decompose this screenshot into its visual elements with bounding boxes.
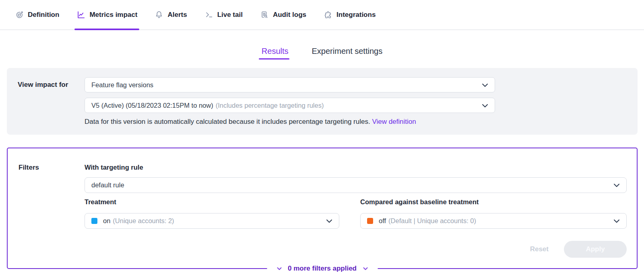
reset-button[interactable]: Reset (530, 245, 549, 253)
baseline-meta: (Default | Unique accounts: 0) (388, 217, 476, 225)
tab-label: Live tail (217, 11, 243, 19)
definition-icon (15, 10, 24, 19)
impact-type-dropdown[interactable]: Feature flag versions (85, 77, 495, 92)
tab-label: Audit logs (273, 11, 306, 19)
tab-metrics-impact[interactable]: Metrics impact (76, 0, 137, 29)
baseline-label: Compared against baseline treatment (360, 198, 627, 206)
treatment-meta: (Unique accounts: 2) (113, 217, 174, 225)
chevron-down-icon (613, 217, 620, 225)
more-filters-label: 0 more filters applied (288, 265, 357, 273)
secondary-tabs: Results Experiment settings (0, 47, 644, 60)
chevron-down-icon (482, 81, 488, 89)
targeting-rule-value: default rule (91, 181, 124, 189)
chevron-down-icon (363, 265, 368, 272)
tab-definition[interactable]: Definition (15, 0, 59, 29)
tab-label: Definition (28, 11, 59, 19)
baseline-color-swatch (367, 218, 373, 224)
tab-alerts[interactable]: Alerts (155, 0, 187, 29)
baseline-dropdown[interactable]: off (Default | Unique accounts: 0) (360, 213, 627, 229)
treatment-dropdown[interactable]: on (Unique accounts: 2) (85, 213, 339, 229)
puzzle-icon (324, 10, 332, 19)
audit-logs-icon (260, 10, 269, 19)
metrics-icon (76, 10, 85, 19)
tab-label: Alerts (167, 11, 187, 19)
impact-version-dropdown[interactable]: V5 (Active) (05/18/2023 02:15PM to now) … (85, 98, 495, 113)
chevron-down-icon (326, 217, 332, 225)
baseline-value: off (379, 217, 386, 225)
treatment-label: Treatment (85, 198, 339, 206)
tab-live-tail[interactable]: Live tail (204, 0, 243, 29)
tab-audit-logs[interactable]: Audit logs (260, 0, 306, 29)
view-impact-panel: View impact for Feature flag versions V5… (7, 68, 638, 135)
view-definition-link[interactable]: View definition (372, 118, 416, 125)
treatment-value: on (103, 217, 110, 225)
more-filters-toggle[interactable]: 0 more filters applied (267, 263, 378, 275)
chevron-down-icon (277, 265, 282, 272)
tab-integrations[interactable]: Integrations (324, 0, 376, 29)
targeting-rule-dropdown[interactable]: default rule (85, 177, 627, 193)
view-impact-label: View impact for (18, 77, 85, 135)
filters-panel: Filters With targeting rule default rule… (7, 148, 638, 269)
tab-label: Metrics impact (89, 11, 137, 19)
chevron-down-icon (482, 102, 488, 109)
subtab-results[interactable]: Results (262, 47, 289, 60)
top-nav: Definition Metrics impact Alerts Live ta… (0, 0, 644, 30)
bell-icon (155, 10, 163, 19)
targeting-rule-label: With targeting rule (85, 164, 627, 171)
treatment-color-swatch (91, 218, 97, 224)
tab-label: Integrations (336, 11, 376, 19)
impact-version-value: V5 (Active) (05/18/2023 02:15PM to now) (91, 102, 213, 109)
subtab-experiment-settings[interactable]: Experiment settings (312, 47, 383, 60)
terminal-icon (204, 10, 213, 19)
apply-button[interactable]: Apply (564, 241, 627, 258)
impact-type-value: Feature flag versions (91, 81, 153, 89)
chevron-down-icon (613, 181, 620, 189)
impact-version-note: (Includes percentage targeting rules) (216, 102, 324, 109)
version-helper-text: Data for this version is automatically c… (85, 117, 495, 126)
filters-label: Filters (19, 164, 85, 268)
